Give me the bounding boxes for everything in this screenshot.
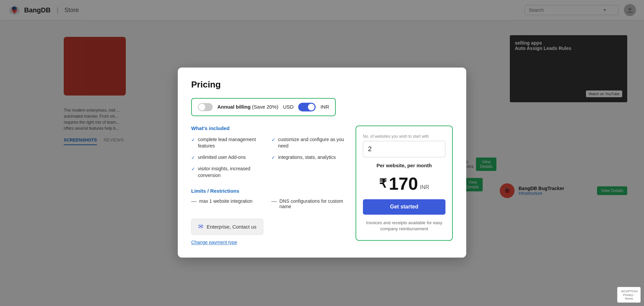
save-text: (Save 20%): [252, 104, 278, 110]
enterprise-button-label: Enterprise, Contact us: [207, 224, 256, 230]
check-icon-4: ✓: [271, 155, 275, 161]
enterprise-contact-button[interactable]: ✉ Enterprise, Contact us: [191, 219, 263, 235]
whats-included-title: What's included: [191, 125, 345, 131]
invoice-note: Invoices and receipts available for easy…: [363, 220, 445, 232]
pricing-modal: Pricing Annual billing (Save 20%) USD IN…: [178, 67, 466, 258]
feature-text-2: customize and configure as you need: [278, 136, 345, 149]
currency-toggle[interactable]: [298, 103, 316, 111]
limit-text-1: max 1 website integration: [199, 199, 253, 204]
websites-input-label: No. of websites you wish to start with: [363, 134, 429, 139]
feature-item-2: ✓ customize and configure as you need: [271, 136, 345, 149]
annual-billing-label: Annual billing (Save 20%): [217, 104, 278, 110]
limit-item-1: — max 1 website integration: [191, 199, 265, 209]
currency-toggle-knob: [308, 104, 315, 110]
feature-item-3: ✓ unlimited user Add-ons: [191, 154, 265, 161]
feature-item-1: ✓ complete lead management features: [191, 136, 265, 149]
check-icon-3: ✓: [191, 155, 195, 161]
annual-billing-text: Annual billing: [217, 104, 251, 110]
pricing-panel: No. of websites you wish to start with P…: [356, 125, 453, 241]
feature-text-5: visitor insights, increased conversion: [198, 166, 265, 179]
usd-label: USD: [283, 104, 294, 110]
feature-item-4: ✓ integrations, stats, analytics: [271, 154, 345, 161]
feature-text-1: complete lead management features: [198, 136, 265, 149]
annual-billing-toggle[interactable]: [198, 103, 213, 111]
dash-icon-2: —: [271, 199, 277, 205]
limits-grid: — max 1 website integration — DNS config…: [191, 199, 345, 209]
limits-title: Limits / Restrictions: [191, 188, 345, 194]
price-inr-label: INR: [420, 184, 429, 190]
change-payment-link[interactable]: Change payment type: [191, 240, 237, 245]
limit-text-2: DNS configurations for custom name: [279, 199, 345, 209]
modal-body: What's included ✓ complete lead manageme…: [191, 125, 453, 246]
email-icon: ✉: [198, 223, 203, 231]
limit-item-2: — DNS configurations for custom name: [271, 199, 345, 209]
check-icon-5: ✓: [191, 166, 195, 173]
get-started-button[interactable]: Get started: [363, 199, 445, 215]
feature-text-4: integrations, stats, analytics: [278, 154, 336, 161]
recaptcha-text: reCAPTCHAPrivacy - Terms: [621, 290, 638, 300]
annual-billing-toggle-knob: [199, 104, 205, 110]
modal-title: Pricing: [191, 79, 453, 90]
price-display: ₹ 170 INR: [379, 174, 429, 194]
feature-item-5: ✓ visitor insights, increased conversion: [191, 166, 265, 179]
features-grid: ✓ complete lead management features ✓ cu…: [191, 136, 345, 179]
price-symbol: ₹: [379, 177, 387, 191]
feature-text-3: unlimited user Add-ons: [198, 154, 246, 161]
websites-count-input[interactable]: [363, 141, 445, 157]
dash-icon-1: —: [191, 199, 197, 205]
billing-toggle-row: Annual billing (Save 20%) USD INR: [191, 98, 336, 116]
per-website-label: Per website, per month: [376, 163, 432, 168]
modal-left: What's included ✓ complete lead manageme…: [191, 125, 345, 246]
check-icon-2: ✓: [271, 137, 275, 143]
price-amount: 170: [389, 174, 418, 194]
recaptcha-badge: reCAPTCHAPrivacy - Terms: [617, 287, 641, 303]
check-icon-1: ✓: [191, 137, 195, 143]
inr-label: INR: [320, 104, 329, 110]
